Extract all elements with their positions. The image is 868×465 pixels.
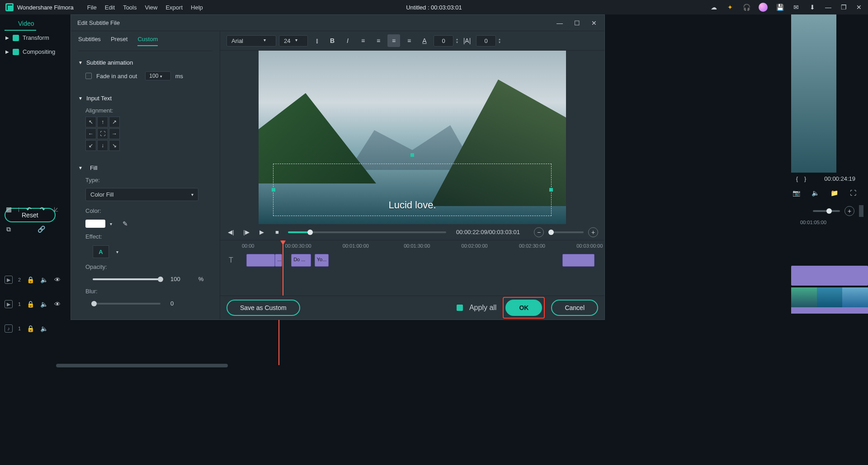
bold-button[interactable]: B: [326, 34, 339, 47]
ok-button[interactable]: OK: [505, 300, 542, 316]
speaker-icon[interactable]: 🔈: [811, 189, 819, 197]
stop-button[interactable]: ■: [273, 228, 282, 237]
align-top-left[interactable]: ↖: [85, 117, 96, 127]
lock-icon[interactable]: 🔒: [26, 324, 34, 333]
lock-icon[interactable]: 🔒: [26, 300, 34, 308]
grid-icon[interactable]: ▦: [5, 205, 13, 213]
avatar[interactable]: [759, 3, 768, 12]
chevron-down-icon[interactable]: ▾: [116, 249, 118, 254]
brace-close[interactable]: }: [804, 175, 806, 182]
copy-icon[interactable]: ⧉: [5, 225, 13, 233]
align-bottom-right[interactable]: ↘: [109, 140, 120, 151]
video-canvas[interactable]: Lucid love.: [259, 51, 566, 224]
mute-icon[interactable]: 🔈: [40, 276, 48, 284]
redo-icon[interactable]: ↷: [38, 205, 47, 213]
track-header-row[interactable]: ▶ 2 🔒 🔈 👁: [0, 274, 71, 286]
effect-preview[interactable]: A: [93, 245, 109, 258]
eye-icon[interactable]: 👁: [53, 276, 61, 284]
blur-slider[interactable]: [93, 303, 160, 305]
tab-video[interactable]: Video: [5, 14, 36, 31]
menu-edit[interactable]: Edit: [105, 4, 115, 11]
subtitle-clip[interactable]: [246, 254, 275, 267]
mail-icon[interactable]: ✉: [792, 3, 800, 11]
tracking-icon[interactable]: |A|: [461, 34, 473, 47]
subtitle-text[interactable]: Lucid love.: [388, 199, 436, 211]
apply-all-checkbox[interactable]: [457, 305, 463, 311]
playhead[interactable]: [283, 240, 283, 296]
play-button[interactable]: ▶: [257, 228, 266, 237]
fit-button[interactable]: [859, 205, 863, 217]
track-lane[interactable]: ... Do ... Yo...: [239, 254, 598, 267]
modal-close-button[interactable]: ✕: [590, 19, 598, 27]
modal-minimize-button[interactable]: —: [556, 19, 564, 27]
align-justify-button[interactable]: ≡: [403, 34, 415, 47]
fill-type-select[interactable]: Color Fill ▾: [85, 188, 198, 201]
chevron-down-icon[interactable]: ▾: [110, 221, 112, 226]
menu-view[interactable]: View: [145, 4, 157, 11]
bg-playhead[interactable]: [278, 320, 279, 365]
sidebar-item-transform[interactable]: ▶ Transform: [0, 31, 71, 45]
zoom-slider[interactable]: [813, 210, 840, 212]
mute-icon[interactable]: 🔈: [40, 324, 48, 333]
align-center-button[interactable]: ≡: [372, 34, 385, 47]
spacing-spinner[interactable]: ▴▾: [456, 38, 458, 44]
modal-maximize-button[interactable]: ☐: [573, 19, 581, 27]
save-as-custom-button[interactable]: Save as Custom: [226, 300, 300, 316]
section-subtitle-animation[interactable]: ▼ Subtitle animation: [78, 55, 212, 69]
eye-icon[interactable]: 👁: [53, 300, 61, 308]
cloud-icon[interactable]: ☁: [710, 3, 718, 11]
headset-icon[interactable]: 🎧: [742, 3, 750, 11]
menu-help[interactable]: Help: [191, 4, 203, 11]
align-top-right[interactable]: ↗: [109, 117, 120, 127]
fade-ms-select[interactable]: 100 ▾: [145, 71, 170, 80]
folder-icon[interactable]: 📁: [830, 189, 838, 197]
fade-checkbox[interactable]: [85, 73, 92, 79]
progress-slider[interactable]: [288, 231, 446, 233]
mute-icon[interactable]: 🔈: [40, 300, 48, 308]
step-forward-button[interactable]: |▶: [242, 228, 251, 237]
subtitle-clip[interactable]: Yo...: [315, 254, 329, 267]
align-right[interactable]: →: [109, 128, 120, 139]
checkbox-icon[interactable]: [13, 35, 19, 41]
menu-file[interactable]: File: [87, 4, 97, 11]
menu-export[interactable]: Export: [165, 4, 183, 11]
section-input-text[interactable]: ▼ Input Text: [78, 90, 212, 104]
track-header-row[interactable]: ▶ 1 🔒 🔈 👁: [0, 298, 71, 310]
menu-tools[interactable]: Tools: [123, 4, 137, 11]
checkbox-icon[interactable]: [13, 49, 19, 55]
minimize-button[interactable]: —: [825, 4, 832, 11]
maximize-button[interactable]: ❐: [840, 4, 847, 11]
align-left[interactable]: ←: [85, 128, 96, 139]
save-icon[interactable]: 💾: [776, 3, 784, 11]
close-button[interactable]: ✕: [855, 4, 863, 11]
subtitle-clip[interactable]: [562, 254, 594, 267]
align-right-button[interactable]: ≡: [387, 34, 400, 47]
tracking-input[interactable]: 0: [476, 35, 496, 47]
tab-preset[interactable]: Preset: [111, 36, 128, 46]
zoom-in-button[interactable]: +: [844, 206, 854, 216]
lightbulb-icon[interactable]: ✦: [726, 3, 734, 11]
brace-open[interactable]: {: [796, 175, 798, 182]
font-size-select[interactable]: 24 ▾: [279, 35, 308, 47]
align-top[interactable]: ↑: [97, 117, 108, 127]
text-color-button[interactable]: A: [418, 34, 431, 47]
cancel-button[interactable]: Cancel: [551, 300, 598, 316]
align-left-button[interactable]: ≡: [357, 34, 369, 47]
bg-audio-track[interactable]: [791, 307, 868, 314]
section-fill[interactable]: ▼ Fill: [78, 160, 212, 174]
timeline-zoom-slider[interactable]: [548, 231, 584, 233]
font-select[interactable]: Arial ▾: [226, 35, 276, 47]
camera-icon[interactable]: 📷: [792, 189, 800, 197]
subtitle-bounding-box[interactable]: Lucid love.: [273, 164, 552, 216]
italic-button[interactable]: I: [341, 34, 354, 47]
expand-icon[interactable]: ⛶: [849, 189, 857, 197]
lock-icon[interactable]: 🔒: [26, 276, 34, 284]
tab-custom[interactable]: Custom: [137, 36, 158, 46]
rotate-handle[interactable]: [410, 153, 414, 157]
spacing-input[interactable]: 0: [434, 35, 453, 47]
align-center[interactable]: ⛶: [97, 128, 108, 139]
zoom-out-button[interactable]: −: [534, 227, 544, 237]
tracking-spinner[interactable]: ▴▾: [499, 38, 500, 44]
subtitle-clip[interactable]: ...: [275, 254, 282, 267]
align-bottom[interactable]: ↓: [97, 140, 108, 151]
